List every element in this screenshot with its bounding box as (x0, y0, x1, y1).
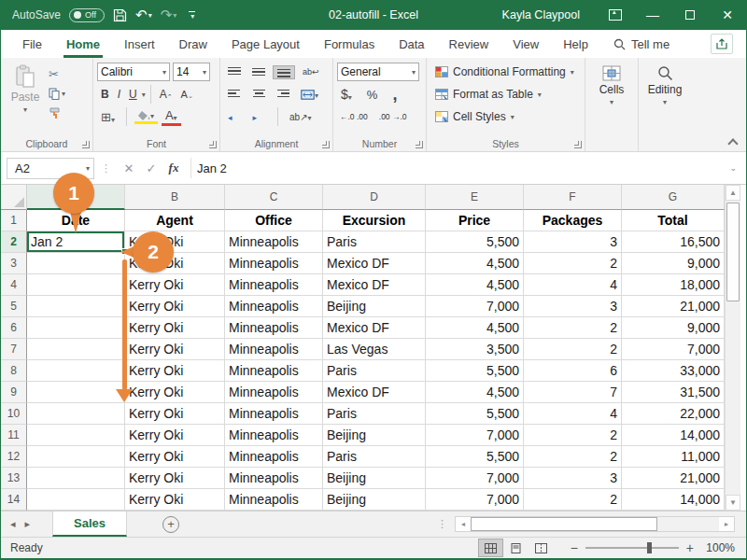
cell-C8[interactable]: Minneapolis (225, 360, 323, 382)
new-sheet-button[interactable]: + (162, 516, 179, 533)
underline-button[interactable]: U (125, 87, 141, 102)
cell-C2[interactable]: Minneapolis (225, 231, 323, 253)
cell-A5[interactable] (27, 296, 125, 317)
top-align-button[interactable] (224, 66, 245, 78)
cell-G14[interactable]: 14,000 (622, 489, 725, 511)
column-header-C[interactable]: C (225, 185, 323, 210)
cell-D10[interactable]: Paris (323, 403, 426, 425)
cell-A7[interactable] (27, 339, 125, 360)
cell-E10[interactable]: 5,500 (426, 403, 524, 425)
font-color-button[interactable]: A▾ (162, 107, 181, 126)
number-format-select[interactable]: General▾ (337, 63, 419, 81)
tab-home[interactable]: Home (54, 30, 112, 58)
decrease-indent-button[interactable]: ◂ (224, 111, 246, 123)
cell-D11[interactable]: Beijing (323, 425, 426, 446)
select-all-button[interactable] (1, 185, 27, 210)
save-button[interactable] (113, 8, 127, 22)
cell-C10[interactable]: Minneapolis (225, 403, 323, 425)
row-header-5[interactable]: 5 (1, 296, 27, 317)
cell-D9[interactable]: Mexico DF (323, 382, 426, 403)
cell-F11[interactable]: 2 (524, 425, 622, 446)
ribbon-display-options-button[interactable] (597, 0, 634, 30)
collapse-ribbon-icon[interactable] (727, 138, 738, 148)
vertical-scroll-thumb[interactable] (726, 203, 740, 301)
cells-button[interactable]: Cells ▾ (589, 61, 634, 136)
wrap-text-button[interactable]: ab↩ (299, 66, 323, 77)
decrease-font-size-button[interactable]: A⌄ (177, 88, 197, 101)
percent-style-button[interactable]: % (363, 87, 382, 103)
autosave-toggle[interactable]: Off (69, 8, 105, 22)
insert-function-button[interactable]: fx (162, 161, 185, 175)
cell-B4[interactable]: Kerry Oki (125, 274, 225, 296)
cell-G11[interactable]: 14,000 (622, 425, 725, 446)
cell-D2[interactable]: Paris (323, 231, 426, 253)
font-dialog-launcher[interactable] (209, 141, 217, 148)
cell-F12[interactable]: 2 (524, 446, 622, 468)
number-dialog-launcher[interactable] (416, 141, 423, 148)
cell-F13[interactable]: 3 (524, 468, 622, 489)
cell-E13[interactable]: 7,000 (426, 468, 524, 489)
cell-A6[interactable] (27, 317, 125, 339)
next-sheet-icon[interactable]: ▸ (25, 518, 40, 530)
customize-quick-access-button[interactable]: ▾ (189, 11, 195, 20)
scrollbar-resize-grip-icon[interactable]: ⋮ (430, 518, 455, 530)
cell-B11[interactable]: Kerry Oki (125, 425, 225, 446)
font-size-select[interactable]: 14▾ (173, 63, 210, 81)
cell-E5[interactable]: 7,000 (426, 296, 524, 317)
cell-G12[interactable]: 11,000 (622, 446, 725, 468)
borders-button[interactable]: ⊞▾ (97, 109, 119, 125)
alignment-dialog-launcher[interactable] (322, 141, 330, 148)
cell-F2[interactable]: 3 (524, 231, 622, 253)
tab-page-layout[interactable]: Page Layout (219, 30, 312, 58)
account-name[interactable]: Kayla Claypool (502, 8, 580, 21)
cell-D1[interactable]: Excursion (323, 210, 426, 231)
cell-B10[interactable]: Kerry Oki (125, 403, 225, 425)
cell-B5[interactable]: Kerry Oki (125, 296, 225, 317)
share-button[interactable] (711, 34, 733, 54)
cell-D5[interactable]: Beijing (323, 296, 426, 317)
align-left-button[interactable] (224, 89, 245, 101)
cell-D13[interactable]: Beijing (323, 468, 426, 489)
cell-G3[interactable]: 9,000 (622, 253, 725, 274)
fill-color-button[interactable]: ▾ (134, 110, 158, 124)
cell-A10[interactable] (27, 403, 125, 425)
maximize-button[interactable] (671, 0, 709, 30)
cell-E1[interactable]: Price (426, 210, 524, 231)
horizontal-scrollbar[interactable]: ◂ ▸ (455, 516, 735, 532)
cell-F5[interactable]: 3 (524, 296, 622, 317)
increase-font-size-button[interactable]: A⌃ (156, 87, 176, 102)
cell-B7[interactable]: Kerry Oki (125, 339, 225, 360)
row-header-12[interactable]: 12 (1, 446, 27, 468)
minimize-button[interactable]: — (634, 0, 671, 30)
cell-F6[interactable]: 2 (524, 317, 622, 339)
tab-draw[interactable]: Draw (167, 30, 219, 58)
paste-button[interactable]: Paste ▾ (5, 61, 46, 136)
cell-A11[interactable] (27, 425, 125, 446)
cell-E11[interactable]: 7,000 (426, 425, 524, 446)
align-center-button[interactable] (248, 89, 269, 101)
cell-F3[interactable]: 2 (524, 253, 622, 274)
page-break-preview-button[interactable] (529, 539, 554, 557)
cell-E14[interactable]: 7,000 (426, 489, 524, 511)
cell-F14[interactable]: 2 (524, 489, 622, 511)
cell-C11[interactable]: Minneapolis (225, 425, 323, 446)
cell-D7[interactable]: Las Vegas (323, 339, 426, 360)
cell-C4[interactable]: Minneapolis (225, 274, 323, 296)
tab-insert[interactable]: Insert (112, 30, 167, 58)
cell-G6[interactable]: 9,000 (622, 317, 725, 339)
format-as-table-button[interactable]: Format as Table▾ (430, 83, 581, 105)
scroll-left-icon[interactable]: ◂ (456, 517, 471, 531)
cell-A13[interactable] (27, 468, 125, 489)
cut-button[interactable]: ✂ (46, 64, 68, 84)
cell-G10[interactable]: 22,000 (622, 403, 725, 425)
bottom-align-button[interactable] (273, 65, 295, 79)
row-header-4[interactable]: 4 (1, 274, 27, 296)
cell-A4[interactable] (27, 274, 125, 296)
cell-B13[interactable]: Kerry Oki (125, 468, 225, 489)
cell-G7[interactable]: 7,000 (622, 339, 725, 360)
row-header-1[interactable]: 1 (1, 210, 27, 231)
undo-button[interactable]: ↶▾ (135, 7, 152, 23)
expand-formula-bar-icon[interactable]: ⌄ (729, 163, 740, 173)
cell-F8[interactable]: 6 (524, 360, 622, 382)
row-header-11[interactable]: 11 (1, 425, 27, 446)
